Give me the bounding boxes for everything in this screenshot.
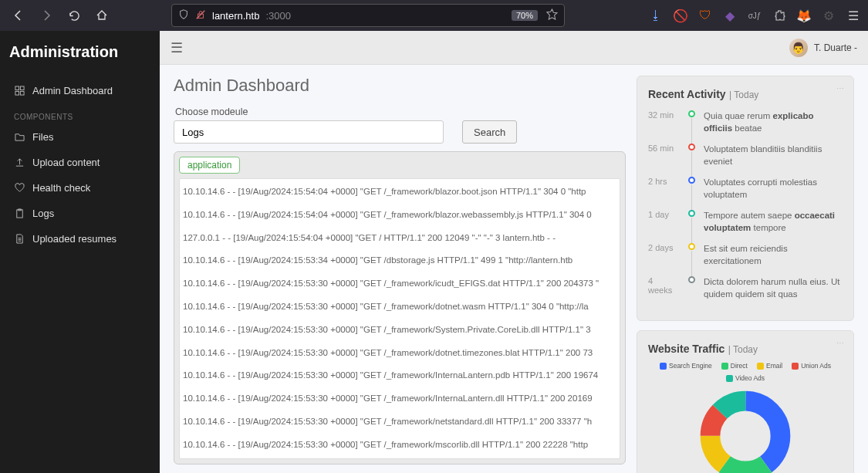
url-bar[interactable]: lantern.htb:3000 70% — [171, 4, 565, 27]
sidebar-item-label: Logs — [32, 208, 54, 219]
application-tag[interactable]: application — [179, 157, 240, 174]
extensions-button[interactable] — [772, 8, 786, 22]
sidebar-item-logs[interactable]: Logs — [0, 201, 160, 226]
activity-text: Est sit eum reiciendis exercitationem — [704, 243, 843, 267]
shield-icon — [178, 9, 189, 22]
sidebar-item-label: Upload content — [32, 157, 100, 168]
sidebar-item-uploaded-resumes[interactable]: Uploaded resumes — [0, 226, 160, 252]
bookmark-star-icon[interactable] — [546, 8, 558, 22]
activity-dot — [688, 144, 695, 150]
svg-rect-4 — [15, 91, 19, 95]
legend-item: Search Engine — [660, 362, 712, 370]
activity-item: 2 hrsVoluptates corrupti molestias volup… — [648, 177, 843, 201]
traffic-title: Website Traffic — [648, 343, 724, 355]
activity-text: Tempore autem saepe occaecati voluptatem… — [704, 210, 843, 234]
log-line: 10.10.14.6 - - [19/Aug/2024:15:53:30 +00… — [183, 275, 616, 292]
svg-rect-5 — [20, 91, 24, 95]
sidebar-item-files[interactable]: Files — [0, 124, 160, 150]
lock-insecure-icon — [195, 9, 206, 22]
sidebar-item-dashboard[interactable]: Admin Dashboard — [0, 78, 160, 103]
activity-dot — [688, 177, 695, 184]
user-menu[interactable]: 👨 T. Duarte - — [789, 39, 857, 57]
traffic-legend: Search EngineDirectEmailUnion AdsVideo A… — [648, 362, 843, 382]
log-line: 127.0.0.1 - - [19/Aug/2024:15:54:04 +000… — [183, 230, 616, 247]
activity-item: 32 minQuia quae rerum explicabo officiis… — [648, 110, 843, 134]
sidebar: Administration Admin Dashboard COMPONENT… — [0, 31, 160, 473]
log-line: 10.10.14.6 - - [19/Aug/2024:15:53:30 +00… — [183, 299, 616, 316]
sidebar-item-health-check[interactable]: Health check — [0, 175, 160, 201]
module-label: Choose modeule — [174, 106, 626, 117]
activity-text: Quia quae rerum explicabo officiis beata… — [704, 110, 843, 134]
heart-icon — [14, 183, 25, 193]
browser-toolbar: lantern.htb:3000 70% ⭳ 🚫 🛡 ◆ σJƒ 🦊 ⚙ ☰ — [0, 0, 868, 31]
sidebar-item-label: Admin Dashboard — [32, 85, 113, 96]
foxyproxy-icon[interactable]: 🦊 — [797, 8, 811, 22]
recent-activity-card: ⋯ Recent Activity | Today 32 minQuia qua… — [637, 76, 854, 321]
sidebar-item-label: Uploaded resumes — [32, 233, 117, 245]
log-panel: application 10.10.14.6 - - [19/Aug/2024:… — [174, 151, 626, 465]
legend-item: Email — [757, 362, 782, 370]
app-menu-button[interactable]: ☰ — [846, 8, 860, 22]
activity-item: 56 minVoluptatem blanditiis blanditiis e… — [648, 144, 843, 167]
card-menu-icon[interactable]: ⋯ — [836, 339, 846, 347]
activity-time: 56 min — [648, 144, 679, 167]
clipboard-icon — [14, 208, 25, 218]
forward-button[interactable] — [35, 5, 57, 26]
log-line: 10.10.14.6 - - [19/Aug/2024:15:53:30 +00… — [183, 390, 616, 407]
avatar: 👨 — [789, 39, 808, 57]
card-menu-icon[interactable]: ⋯ — [836, 84, 846, 93]
activity-time: 2 days — [648, 243, 679, 267]
document-icon — [14, 234, 25, 244]
activity-text: Dicta dolorem harum nulla eius. Ut quide… — [704, 276, 843, 300]
log-line: 10.10.14.6 - - [19/Aug/2024:15:53:30 +00… — [183, 437, 616, 454]
extension-git-icon[interactable]: σJƒ — [748, 8, 762, 22]
ublock-icon[interactable]: 🛡 — [698, 8, 712, 22]
noscript-icon[interactable]: 🚫 — [674, 8, 687, 22]
extension-purple-icon[interactable]: ◆ — [723, 8, 737, 22]
activity-dot — [688, 276, 695, 283]
legend-item: Direct — [721, 362, 748, 370]
search-button[interactable]: Search — [462, 120, 517, 144]
log-line: 10.10.14.6 - - [19/Aug/2024:15:53:30 +00… — [183, 345, 616, 362]
website-traffic-card: ⋯ Website Traffic | Today Search EngineD… — [637, 330, 854, 473]
log-line: 10.10.14.6 - - [19/Aug/2024:15:53:30 +00… — [183, 322, 616, 339]
sidebar-item-upload-content[interactable]: Upload content — [0, 150, 160, 175]
log-output: 10.10.14.6 - - [19/Aug/2024:15:54:04 +00… — [179, 178, 620, 459]
recent-activity-sub: | Today — [729, 90, 758, 100]
app-title: Administration — [0, 31, 160, 78]
log-line: 10.10.14.6 - - [19/Aug/2024:15:53:34 +00… — [183, 252, 616, 269]
activity-time: 2 hrs — [648, 177, 679, 201]
legend-item: Video Ads — [726, 374, 765, 382]
download-icon[interactable]: ⭳ — [649, 8, 663, 22]
page-title: Admin Dashboard — [174, 76, 626, 96]
log-line: 10.10.14.6 - - [19/Aug/2024:15:54:04 +00… — [183, 207, 616, 224]
activity-item: 1 dayTempore autem saepe occaecati volup… — [648, 210, 843, 234]
settings-icon[interactable]: ⚙ — [822, 8, 836, 22]
menu-toggle-button[interactable]: ☰ — [171, 39, 183, 56]
zoom-indicator[interactable]: 70% — [512, 10, 538, 21]
back-button[interactable] — [8, 5, 29, 26]
legend-item: Union Ads — [792, 362, 831, 370]
extension-icons: ⭳ 🚫 🛡 ◆ σJƒ 🦊 ⚙ ☰ — [649, 8, 860, 22]
activity-dot — [688, 210, 695, 217]
sidebar-item-label: Files — [32, 131, 53, 143]
upload-icon — [14, 157, 25, 167]
sidebar-item-label: Health check — [32, 182, 90, 194]
module-input[interactable] — [174, 120, 444, 144]
activity-text: Voluptates corrupti molestias voluptatem — [704, 177, 843, 201]
activity-time: 4 weeks — [648, 276, 679, 300]
activity-dot — [688, 110, 695, 117]
home-button[interactable] — [91, 5, 113, 26]
svg-rect-3 — [20, 86, 24, 90]
log-line: 10.10.14.6 - - [19/Aug/2024:15:53:30 +00… — [183, 367, 616, 384]
donut-slice — [711, 401, 781, 471]
svg-rect-2 — [15, 86, 19, 90]
svg-rect-6 — [16, 210, 22, 218]
url-host: lantern.htb — [212, 10, 259, 22]
reload-button[interactable] — [63, 5, 85, 26]
url-port: :3000 — [265, 10, 291, 22]
sidebar-section-label: COMPONENTS — [0, 103, 160, 124]
activity-item: 4 weeksDicta dolorem harum nulla eius. U… — [648, 276, 843, 300]
traffic-sub: | Today — [728, 344, 758, 355]
log-line: 10.10.14.6 - - [19/Aug/2024:15:53:30 +00… — [183, 414, 616, 431]
